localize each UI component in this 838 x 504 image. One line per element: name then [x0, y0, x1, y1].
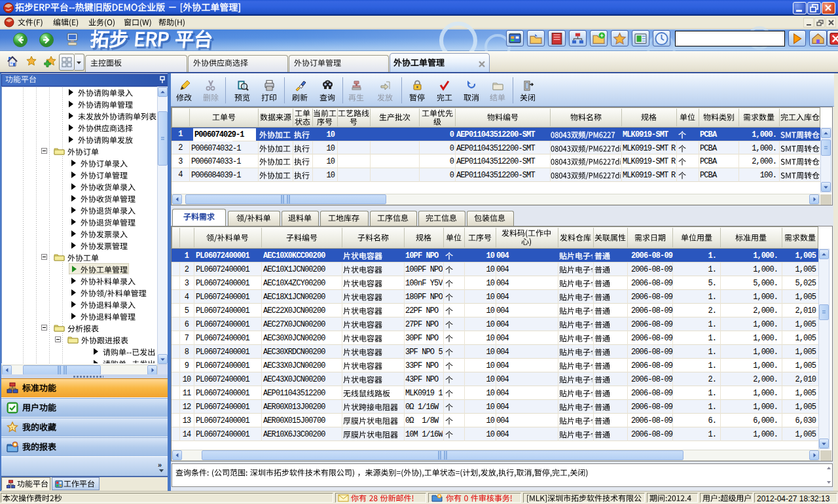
svg-text:1: 1 [11, 425, 14, 431]
